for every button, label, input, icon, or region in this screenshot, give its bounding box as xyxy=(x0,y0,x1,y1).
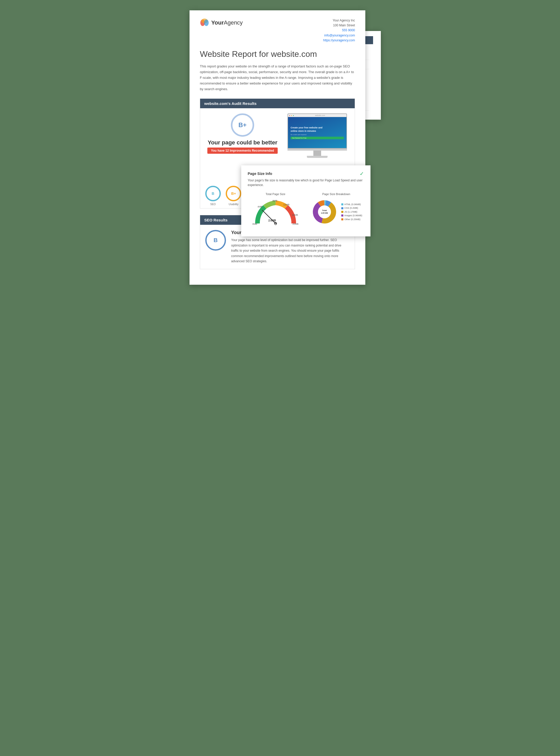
svg-point-35 xyxy=(318,205,331,218)
intro-text: This report grades your website on the s… xyxy=(200,64,355,92)
grade-badge: You have 12 Improvements Recommended xyxy=(207,148,278,154)
svg-text:0MB: 0MB xyxy=(252,223,257,225)
seo-grade-value: B xyxy=(214,237,218,244)
donut-svg-wrapper: Total 2.65 MB xyxy=(310,198,339,226)
audit-right: ●●● website.com Create your free website… xyxy=(287,113,349,158)
report-header: YourAgency Your Agency Inc 100 Main Stre… xyxy=(200,18,355,43)
sub-grade-usability: B+ Usability xyxy=(226,186,241,206)
seo-description: Your page has some level of optimization… xyxy=(231,237,349,264)
grade-label: Your page could be better xyxy=(207,139,277,146)
audit-content: B+ Your page could be better You have 12… xyxy=(200,108,355,163)
usability-grade-circle: B+ xyxy=(226,186,241,201)
agency-address: 100 Main Street xyxy=(323,23,355,28)
usability-grade-label: Usability xyxy=(229,203,239,206)
agency-phone: 555 9000 xyxy=(323,28,355,33)
agency-email[interactable]: info@youragency.com xyxy=(324,34,355,37)
agency-website[interactable]: https://youragency.com xyxy=(323,39,355,42)
seo-grade-circle: B xyxy=(205,186,221,201)
page-stack: Performance ✓ Loading time is reasonable… xyxy=(189,10,371,285)
sub-grade-seo: B SEO xyxy=(205,186,221,206)
monitor-screen: ●●● website.com Create your free website… xyxy=(287,113,347,149)
svg-point-11 xyxy=(204,19,208,26)
svg-point-29 xyxy=(275,223,276,225)
gauge-chart-container: Total Page Size 0MB 4MB 8MB 12MB 16MB 20… xyxy=(248,192,303,229)
seo-grade-big-circle: B xyxy=(205,230,226,251)
gauge-svg: 0MB 4MB 8MB 12MB 16MB 20MB 2.6MB xyxy=(250,198,301,229)
svg-text:2.6MB: 2.6MB xyxy=(268,219,276,222)
logo-text: YourAgency xyxy=(211,19,243,26)
main-report-card: YourAgency Your Agency Inc 100 Main Stre… xyxy=(189,10,365,285)
audit-left: B+ Your page could be better You have 12… xyxy=(205,113,280,158)
page-size-header-row: Page Size Info ✓ xyxy=(248,170,364,177)
svg-text:12MB: 12MB xyxy=(283,203,289,206)
charts-row: Total Page Size 0MB 4MB 8MB 12MB 16MB 20… xyxy=(248,192,364,229)
donut-svg: Total 2.65 MB xyxy=(310,198,339,226)
svg-text:4MB: 4MB xyxy=(258,205,262,208)
agency-name: Your Agency Inc xyxy=(323,18,355,23)
page-size-check-icon: ✓ xyxy=(360,170,364,177)
report-title: Website Report for website.com xyxy=(200,49,355,59)
monitor-mockup: ●●● website.com Create your free website… xyxy=(287,113,347,158)
svg-text:16MB: 16MB xyxy=(292,214,298,216)
svg-text:2.65 MB: 2.65 MB xyxy=(321,212,328,214)
overall-grade-circle: B+ xyxy=(231,113,254,137)
logo-icon xyxy=(200,18,209,27)
overall-grade: B+ xyxy=(238,122,246,129)
donut-chart-title: Page Size Breakdown xyxy=(322,192,350,195)
gauge-chart-title: Total Page Size xyxy=(265,192,285,195)
donut-chart-container: Page Size Breakdown xyxy=(308,192,364,226)
page-size-title: Page Size Info xyxy=(248,172,272,176)
grade-container: B+ Your page could be better You have 12… xyxy=(205,113,280,154)
svg-text:8MB: 8MB xyxy=(273,200,277,202)
page-size-section: Page Size Info ✓ Your page's file size i… xyxy=(241,165,371,236)
page-size-desc: Your page's file size is reasonably low … xyxy=(248,178,364,187)
seo-grade-label: SEO xyxy=(210,203,216,206)
audit-section-header: website.com's Audit Results xyxy=(200,99,355,108)
svg-text:Total: Total xyxy=(322,209,327,212)
logo: YourAgency xyxy=(200,18,243,27)
donut-legend: HTML (0.06MB) CSS (0.2MB) JS (1.17MB) Im… xyxy=(341,203,362,221)
agency-info: Your Agency Inc 100 Main Street 555 9000… xyxy=(323,18,355,43)
svg-text:20MB: 20MB xyxy=(293,223,299,225)
